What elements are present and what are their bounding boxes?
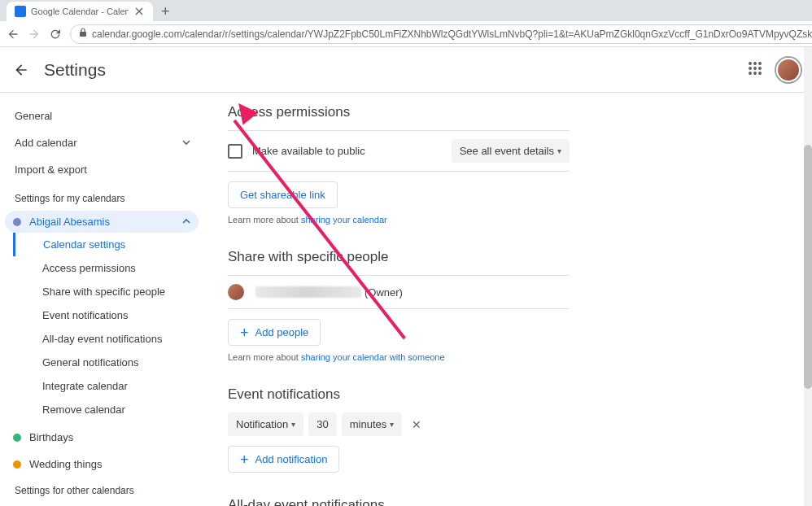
- learn-more-access: Learn more about sharing your calendar: [228, 215, 570, 225]
- sidebar-sub-allday-notifications[interactable]: All-day event notifications: [13, 327, 203, 351]
- sidebar-sub-calendar-settings[interactable]: Calendar settings: [13, 233, 203, 256]
- sidebar-calendar-birthdays[interactable]: Birthdays: [5, 426, 199, 448]
- app-header: Settings: [0, 47, 812, 93]
- calendar-dot: [13, 218, 21, 226]
- browser-tabs-bar: Google Calendar - Calendar se +: [0, 0, 812, 21]
- sidebar-sub-share-specific[interactable]: Share with specific people: [13, 280, 203, 303]
- notif-type-dropdown[interactable]: Notification▾: [228, 412, 303, 436]
- chevron-down-icon: ▾: [390, 420, 394, 429]
- scrollbar[interactable]: [804, 47, 812, 506]
- lock-icon: [79, 28, 87, 40]
- account-avatar[interactable]: [776, 58, 801, 82]
- sidebar-import-export[interactable]: Import & export: [0, 156, 203, 183]
- section-title: All-day event notifications: [228, 497, 570, 506]
- person-name-redacted: [255, 286, 361, 298]
- learn-more-link[interactable]: sharing your calendar with someone: [301, 352, 445, 362]
- sidebar-calendar-abigail[interactable]: Abigail Abesamis: [5, 211, 199, 233]
- calendar-dot: [13, 434, 21, 442]
- remove-notification-button[interactable]: ✕: [407, 415, 426, 434]
- notif-value-input[interactable]: 30: [308, 412, 336, 436]
- favicon: [15, 6, 26, 17]
- learn-more-link[interactable]: sharing your calendar: [301, 215, 387, 225]
- calendar-dot: [13, 460, 21, 469]
- chevron-down-icon: ▾: [291, 420, 295, 429]
- sidebar-calendar-wedding[interactable]: Wedding things: [5, 453, 199, 475]
- section-share-specific: Share with specific people (Owner) + Add…: [228, 249, 570, 362]
- browser-toolbar: calendar.google.com/calendar/r/settings/…: [0, 21, 812, 47]
- chevron-down-icon: ▾: [557, 146, 561, 155]
- person-avatar: [228, 284, 244, 300]
- see-all-details-dropdown[interactable]: See all event details ▾: [452, 139, 570, 163]
- apps-grid-icon[interactable]: [749, 62, 765, 78]
- section-title: Access permissions: [228, 104, 570, 120]
- chevron-up-icon[interactable]: [182, 216, 190, 228]
- public-checkbox[interactable]: [228, 144, 242, 159]
- page-title: Settings: [44, 60, 106, 80]
- scrollbar-thumb[interactable]: [804, 145, 812, 389]
- sidebar: General Add calendar Import & export Set…: [0, 93, 203, 506]
- section-access-permissions: Access permissions Make available to pub…: [228, 104, 570, 225]
- main: Access permissions Make available to pub…: [203, 93, 812, 506]
- section-event-notifications: Event notifications Notification▾ 30 min…: [228, 386, 570, 473]
- back-icon[interactable]: [7, 28, 20, 41]
- sidebar-other-calendars-heading: Settings for other calendars: [0, 475, 203, 503]
- notif-unit-dropdown[interactable]: minutes▾: [342, 412, 403, 436]
- back-button[interactable]: [11, 60, 31, 80]
- learn-more-share: Learn more about sharing your calendar w…: [228, 352, 570, 362]
- forward-icon[interactable]: [28, 28, 41, 41]
- section-allday-notifications: All-day event notifications Notification…: [228, 497, 570, 506]
- section-title: Share with specific people: [228, 249, 570, 265]
- browser-tab[interactable]: Google Calendar - Calendar se: [7, 2, 153, 21]
- sidebar-sub-event-notifications[interactable]: Event notifications: [13, 303, 203, 327]
- add-notification-button[interactable]: + Add notification: [228, 446, 339, 473]
- sidebar-sub-general-notifications[interactable]: General notifications: [13, 351, 203, 374]
- svg-rect-0: [80, 32, 86, 37]
- sidebar-my-calendars-heading: Settings for my calendars: [0, 183, 203, 211]
- section-title: Event notifications: [228, 386, 570, 403]
- sidebar-sub-remove-calendar[interactable]: Remove calendar: [13, 398, 203, 421]
- sidebar-sub-integrate-calendar[interactable]: Integrate calendar: [13, 374, 203, 398]
- sidebar-add-calendar[interactable]: Add calendar: [0, 129, 203, 156]
- sidebar-general[interactable]: General: [0, 103, 203, 129]
- url-text: calendar.google.com/calendar/r/settings/…: [92, 28, 812, 40]
- add-people-button[interactable]: + Add people: [228, 319, 321, 346]
- address-bar[interactable]: calendar.google.com/calendar/r/settings/…: [70, 24, 812, 44]
- sidebar-calendar-holidays[interactable]: Holidays in United States: [5, 503, 199, 506]
- sidebar-sub-access-permissions[interactable]: Access permissions: [13, 256, 203, 280]
- public-label: Make available to public: [252, 145, 452, 157]
- close-tab-icon[interactable]: [133, 6, 145, 17]
- reload-icon[interactable]: [49, 28, 62, 41]
- new-tab-button[interactable]: +: [153, 2, 178, 21]
- owner-label: (Owner): [365, 286, 403, 299]
- tab-title: Google Calendar - Calendar se: [31, 7, 129, 16]
- content: General Add calendar Import & export Set…: [0, 93, 812, 506]
- chevron-down-icon: [182, 137, 190, 149]
- get-shareable-link-button[interactable]: Get shareable link: [228, 181, 338, 208]
